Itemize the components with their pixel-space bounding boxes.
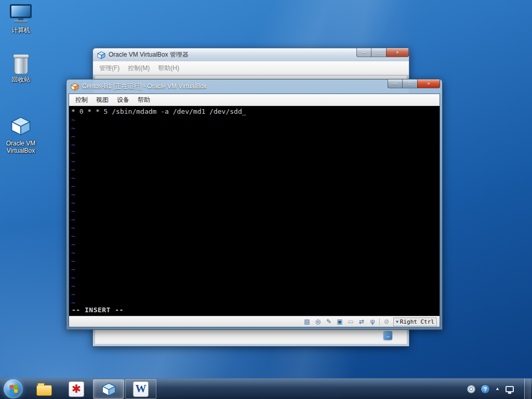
virtualbox-cube-icon [101,382,116,396]
usb-icon[interactable]: ψ [368,318,377,325]
optical-disc-tray-icon[interactable] [467,385,475,393]
desktop-icon-label: Oracle VM VirtualBox [1,140,41,154]
vim-tilde: ~ [71,141,437,149]
mouse-integration-icon[interactable]: ⊘ [382,318,391,325]
word-icon: W [133,381,149,397]
vim-tilde: ~ [71,290,437,299]
vim-tilde: ~ [71,182,437,191]
recycle-bin-icon [14,56,28,74]
menu-machine[interactable]: 控制 [71,94,92,106]
optical-disk-icon[interactable]: ◎ [314,318,322,325]
taskbar-item-word[interactable]: W [125,379,156,399]
vim-tilde: ~ [71,224,437,232]
taskbar-item-explorer[interactable] [29,379,60,399]
vim-tilde: ~ [71,199,437,207]
hard-disk-icon[interactable]: ▤ [303,318,311,325]
manager-menubar: 管理(F) 控制(M) 帮助(H) [93,61,409,75]
vim-tilde: ~ [71,149,437,157]
computer-icon [9,4,33,25]
vim-tilde: ~ [71,282,437,290]
taskbar-item-virtualbox[interactable] [93,379,124,399]
terminal-command-line: * 0 * * 5 /sbin/mdadm -a /dev/md1 /dev/s… [71,108,437,116]
vim-tilde: ~ [71,299,437,307]
vm-statusbar: ▤ ◎ ✎ ▣ ▭ ⇄ ψ ⊘ ▼ Right Ctrl [69,316,440,327]
vm-client-area: 控制 视图 设备 帮助 * 0 * * 5 /sbin/mdadm -a /de… [69,94,440,327]
close-button[interactable]: × [386,48,409,57]
network-icon[interactable]: ⇄ [357,318,366,325]
menu-help[interactable]: 帮助(H) [154,62,183,74]
shared-folders-icon[interactable]: ▣ [336,318,344,325]
host-key-indicator: ▼ Right Ctrl [393,317,437,326]
vim-tilde: ~ [71,116,437,124]
vim-tilde: ~ [71,232,437,241]
menu-devices[interactable]: 设备 [113,94,134,106]
vm-machine-icon [71,83,79,91]
show-desktop-button[interactable] [524,379,531,399]
taskbar: ✱ W ? ▲ [0,378,532,399]
recording-icon[interactable]: ✎ [325,318,333,325]
close-button[interactable]: × [417,79,440,88]
desktop-icon-label: 回收站 [1,76,41,83]
system-tray: ? ▲ [467,379,532,399]
desktop-icon-recycle-bin[interactable]: 回收站 [1,55,41,83]
display-icon[interactable]: ▭ [347,318,355,325]
windows-flag-icon [9,385,18,393]
vm-titlebar[interactable]: Centos-B1 [正在运行] - Oracle VM VirtualBox … [69,79,440,94]
vim-empty-lines: ~~~~~~~~~~~~~~~~~~~~~~~ [71,116,437,307]
menu-help[interactable]: 帮助 [134,94,154,106]
menu-view[interactable]: 视图 [92,94,113,106]
manager-window-title: Oracle VM VirtualBox 管理器 [109,50,189,59]
vim-tilde: ~ [71,241,437,249]
taskbar-item-media-app[interactable]: ✱ [61,379,92,399]
vim-mode-indicator: -- INSERT -- [72,306,124,314]
maximize-button[interactable]: □ [371,48,386,57]
host-key-arrow-icon: ▼ [396,320,398,324]
vim-tilde: ~ [71,207,437,216]
show-hidden-icons-arrow[interactable]: ▲ [495,387,500,391]
minimize-button[interactable]: — [356,48,371,57]
host-key-label: Right Ctrl [400,318,434,325]
vm-menubar: 控制 视图 设备 帮助 [69,94,440,106]
network-tray-icon[interactable] [506,386,514,392]
folder-icon [36,385,52,396]
vim-tilde: ~ [71,132,437,141]
help-tray-icon[interactable]: ? [481,385,489,393]
manager-corner-icon[interactable]: → [383,331,392,340]
vm-window-title: Centos-B1 [正在运行] - Oracle VM VirtualBox [82,82,207,91]
menu-machine[interactable]: 控制(M) [124,62,154,74]
media-app-icon: ✱ [69,381,84,397]
vim-tilde: ~ [71,166,437,174]
desktop-icon-virtualbox[interactable]: Oracle VM VirtualBox [1,115,41,154]
vim-tilde: ~ [71,174,437,182]
desktop-icon-computer[interactable]: 计算机 [1,4,41,34]
desktop-icon-label: 计算机 [1,26,41,34]
start-button[interactable] [4,379,23,398]
vim-tilde: ~ [71,274,437,282]
virtualbox-cube-icon [10,115,32,136]
terminal-cursor: _ [242,108,246,115]
vm-window: Centos-B1 [正在运行] - Oracle VM VirtualBox … [66,79,443,330]
statusbar-separator [379,318,380,325]
minimize-button[interactable]: — [388,79,403,88]
manager-titlebar[interactable]: Oracle VM VirtualBox 管理器 — □ × [93,48,409,61]
vim-tilde: ~ [71,216,437,224]
vim-tilde: ~ [71,191,437,199]
menu-manage[interactable]: 管理(F) [95,62,124,74]
vim-tilde: ~ [71,249,437,257]
vim-tilde: ~ [71,257,437,265]
vm-console-terminal[interactable]: * 0 * * 5 /sbin/mdadm -a /dev/md1 /dev/s… [69,106,440,316]
desktop-wallpaper[interactable]: 计算机 回收站 Oracle VM VirtualBox Oracle VM V… [0,0,532,399]
vim-tilde: ~ [71,124,437,132]
vim-tilde: ~ [71,157,437,166]
virtualbox-app-icon [97,51,105,59]
vim-tilde: ~ [71,265,437,274]
maximize-button[interactable]: □ [403,79,417,88]
